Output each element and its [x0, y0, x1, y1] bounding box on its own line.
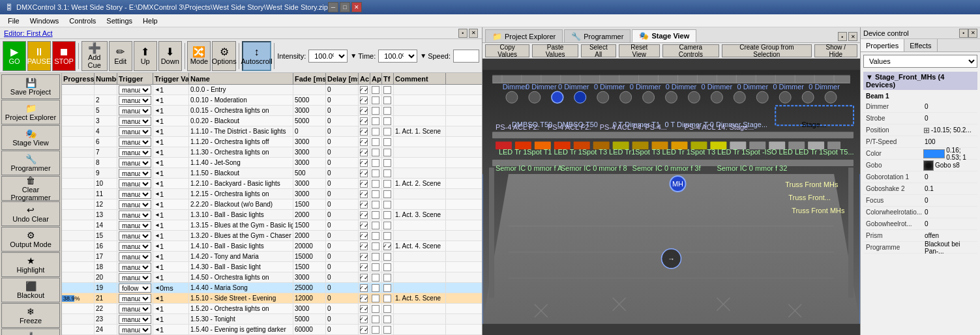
- td-tf[interactable]: [382, 137, 394, 147]
- table-row[interactable]: 6manual◄ 11.1.20 - Orchestra lights off3…: [62, 137, 482, 147]
- ap-checkbox[interactable]: [372, 284, 379, 292]
- select-all-btn[interactable]: Select All: [581, 44, 616, 57]
- tf-checkbox[interactable]: [383, 222, 391, 229]
- sidebar-blackout[interactable]: ⬛ Blackout: [1, 278, 60, 302]
- td-ac[interactable]: ✓: [359, 158, 370, 168]
- trigval-arrow[interactable]: ◄: [155, 181, 160, 186]
- table-row[interactable]: 38.9%21manual◄ 11.5.10 - Side Street - E…: [62, 293, 482, 304]
- td-ac[interactable]: ✓: [359, 147, 370, 157]
- td-trigger[interactable]: manual: [117, 168, 153, 178]
- td-ac[interactable]: ✓: [359, 262, 370, 272]
- td-trigger[interactable]: manual: [117, 179, 153, 188]
- td-trigger[interactable]: manual: [117, 293, 153, 303]
- device-control-close-btn[interactable]: ✕: [968, 29, 977, 38]
- td-ac[interactable]: ✓: [359, 210, 370, 220]
- ac-checkbox[interactable]: ✓: [360, 315, 368, 323]
- device-property-value[interactable]: 0: [922, 209, 977, 216]
- device-property-value[interactable]: 0: [922, 197, 977, 204]
- ac-checkbox[interactable]: ✓: [360, 149, 368, 156]
- ac-checkbox[interactable]: ✓: [360, 232, 368, 240]
- trigval-arrow[interactable]: ◄: [155, 295, 160, 301]
- td-ap[interactable]: [370, 85, 382, 95]
- trigger-select[interactable]: manual: [119, 273, 151, 282]
- tf-checkbox[interactable]: [383, 149, 391, 156]
- td-tf[interactable]: [382, 106, 394, 115]
- trigval-arrow[interactable]: ◄: [155, 108, 160, 113]
- tf-checkbox[interactable]: [383, 284, 391, 292]
- menu-help[interactable]: Help: [138, 16, 163, 26]
- td-trigger[interactable]: manual: [117, 85, 153, 95]
- ap-checkbox[interactable]: [372, 128, 379, 136]
- pause-button[interactable]: ⏸ PAUSE: [27, 41, 51, 71]
- td-ac[interactable]: ✓: [359, 95, 370, 105]
- td-ap[interactable]: [370, 272, 382, 282]
- sidebar-undo-clear[interactable]: ↩ Undo Clear: [1, 201, 60, 226]
- tf-checkbox[interactable]: [383, 107, 391, 115]
- tf-checkbox[interactable]: [383, 305, 391, 313]
- td-trigger[interactable]: manual: [117, 241, 153, 251]
- trigval-arrow[interactable]: ◄: [155, 97, 160, 103]
- td-tf[interactable]: [382, 231, 394, 240]
- ap-checkbox[interactable]: [372, 96, 379, 104]
- tf-checkbox[interactable]: [383, 138, 391, 146]
- td-trigger[interactable]: manual: [117, 252, 153, 261]
- trigval-arrow[interactable]: ◄: [155, 274, 160, 280]
- table-row[interactable]: 14manual◄ 11.3.15 - Blues at the Gym - B…: [62, 220, 482, 231]
- ac-checkbox[interactable]: ✓: [360, 159, 368, 167]
- td-tf[interactable]: [382, 168, 394, 178]
- ac-checkbox[interactable]: ✓: [360, 326, 368, 334]
- td-trigger[interactable]: manual: [117, 189, 153, 199]
- ap-checkbox[interactable]: [372, 180, 379, 188]
- td-trigger[interactable]: manual: [117, 325, 153, 334]
- table-row[interactable]: manual◄ 10.0.0 - Entry0✓: [62, 85, 482, 95]
- ac-checkbox[interactable]: ✓: [360, 263, 368, 271]
- intensity-select[interactable]: 100.0%: [308, 50, 348, 63]
- td-ap[interactable]: [370, 137, 382, 147]
- ap-checkbox[interactable]: [372, 274, 379, 282]
- td-tf[interactable]: [382, 210, 394, 220]
- table-row[interactable]: 5manual◄ 10.0.15 - Orchestra lights on30…: [62, 106, 482, 116]
- table-row[interactable]: 7manual◄ 11.1.30 - Orchestra lights on30…: [62, 147, 482, 158]
- td-ap[interactable]: [370, 126, 382, 136]
- table-row[interactable]: 12manual◄ 12.2.20 - Blackout (w/o Band)1…: [62, 199, 482, 210]
- sidebar-project-explorer[interactable]: 📁 Project Explorer: [1, 100, 60, 124]
- table-row[interactable]: 3manual◄ 10.0.20 - Blackout50000✓: [62, 116, 482, 126]
- tf-checkbox[interactable]: [383, 190, 391, 198]
- td-ac[interactable]: ✓: [359, 241, 370, 251]
- ac-checkbox[interactable]: ✓: [360, 128, 368, 136]
- td-tf[interactable]: [382, 252, 394, 261]
- ac-checkbox[interactable]: ✓: [360, 284, 368, 292]
- sidebar-highlight[interactable]: ★ Highlight: [1, 252, 60, 277]
- table-row[interactable]: 23manual◄ 11.5.30 - Tonight50000✓: [62, 314, 482, 325]
- table-row[interactable]: 9manual◄ 11.1.50 - Blackout5000✓: [62, 168, 482, 179]
- time-dropdown-arrow[interactable]: ▼: [420, 52, 426, 59]
- device-section-header[interactable]: ▼ Stage_Front_MHs (4 Devices): [863, 72, 977, 90]
- ac-checkbox[interactable]: ✓: [360, 169, 368, 177]
- table-row[interactable]: 8manual◄ 11.1.40 - Jet-Song30000✓: [62, 158, 482, 168]
- td-ac[interactable]: ✓: [359, 189, 370, 199]
- td-ap[interactable]: [370, 179, 382, 188]
- sidebar-save-project[interactable]: 💾 Save Project: [1, 74, 60, 99]
- trigger-select[interactable]: manual: [119, 138, 151, 147]
- table-row[interactable]: 22manual◄ 11.5.20 - Orchestra lights on3…: [62, 304, 482, 314]
- trigval-arrow[interactable]: ◄: [155, 327, 160, 332]
- device-property-value[interactable]: Blackout bei Pan-...: [922, 240, 977, 255]
- menu-controls[interactable]: Controls: [64, 16, 101, 26]
- trigger-select[interactable]: manual: [119, 169, 151, 178]
- tab-effects[interactable]: Effects: [904, 39, 937, 51]
- editor-title[interactable]: Editor: First Act: [4, 29, 458, 37]
- td-tf[interactable]: [382, 116, 394, 126]
- tf-checkbox[interactable]: [383, 117, 391, 125]
- trigger-select[interactable]: manual: [119, 106, 151, 115]
- ap-checkbox[interactable]: [372, 263, 379, 271]
- ac-checkbox[interactable]: ✓: [360, 190, 368, 198]
- trigger-select[interactable]: manual: [119, 263, 151, 272]
- tf-checkbox[interactable]: [383, 274, 391, 282]
- device-property-value[interactable]: 0: [922, 220, 977, 227]
- sidebar-programmer[interactable]: 🔧 Programmer: [1, 151, 60, 175]
- td-ap[interactable]: [370, 210, 382, 220]
- td-tf[interactable]: [382, 314, 394, 324]
- sidebar-add-cue[interactable]: ➕ Add new Cue: [1, 328, 60, 335]
- trigval-arrow[interactable]: ◄: [155, 87, 160, 93]
- td-trigger[interactable]: manual: [117, 95, 153, 105]
